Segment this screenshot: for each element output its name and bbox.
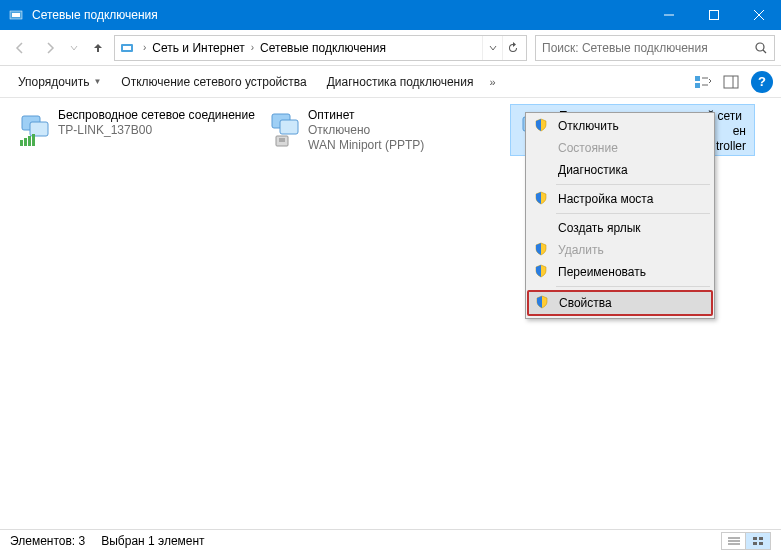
wifi-icon xyxy=(14,108,58,152)
app-icon xyxy=(8,7,24,23)
svg-line-9 xyxy=(763,50,766,53)
chevron-down-icon: ▼ xyxy=(93,77,101,86)
svg-rect-10 xyxy=(695,76,700,81)
svg-rect-11 xyxy=(695,83,700,88)
disable-label: Отключение сетевого устройства xyxy=(121,75,306,89)
up-button[interactable] xyxy=(84,35,112,61)
svg-rect-18 xyxy=(20,140,23,146)
cm-label: Отключить xyxy=(558,119,619,133)
view-details-button[interactable] xyxy=(722,533,746,549)
cm-diagnose[interactable]: Диагностика xyxy=(528,159,712,181)
preview-pane-button[interactable] xyxy=(717,70,745,94)
cm-bridge[interactable]: Настройка моста xyxy=(528,188,712,210)
context-menu: Отключить Состояние Диагностика Настройк… xyxy=(525,112,715,319)
svg-rect-14 xyxy=(724,76,738,88)
maximize-button[interactable] xyxy=(691,0,736,30)
organize-menu[interactable]: Упорядочить ▼ xyxy=(8,71,111,93)
wan-icon xyxy=(264,108,308,152)
content-area: Беспроводное сетевое соединение TP-LINK_… xyxy=(0,98,781,529)
back-button[interactable] xyxy=(6,35,34,61)
cm-label: Создать ярлык xyxy=(558,221,641,235)
window-titlebar: Сетевые подключения xyxy=(0,0,781,30)
separator xyxy=(556,184,710,185)
status-bar: Элементов: 3 Выбран 1 элемент xyxy=(0,529,781,551)
window-title: Сетевые подключения xyxy=(32,8,646,22)
cm-label: Состояние xyxy=(558,141,618,155)
shield-icon xyxy=(534,191,550,207)
svg-rect-33 xyxy=(753,542,757,545)
status-selected: Выбран 1 элемент xyxy=(101,534,204,548)
disable-device-button[interactable]: Отключение сетевого устройства xyxy=(111,71,316,93)
separator xyxy=(556,213,710,214)
minimize-button[interactable] xyxy=(646,0,691,30)
svg-rect-34 xyxy=(759,542,763,545)
location-icon xyxy=(119,40,135,56)
nav-history-dropdown[interactable] xyxy=(66,35,82,61)
cm-highlighted-item: Свойства xyxy=(527,290,713,316)
refresh-button[interactable] xyxy=(502,36,522,60)
svg-rect-25 xyxy=(279,138,285,142)
connection-name: Беспроводное сетевое соединение xyxy=(58,108,256,123)
cm-label: Переименовать xyxy=(558,265,646,279)
connection-item[interactable]: Беспроводное сетевое соединение TP-LINK_… xyxy=(10,104,260,156)
svg-rect-1 xyxy=(12,13,20,17)
connection-name: Оптинет xyxy=(308,108,506,123)
help-button[interactable]: ? xyxy=(751,71,773,93)
svg-rect-7 xyxy=(123,46,131,50)
svg-rect-23 xyxy=(280,120,298,134)
view-toggle xyxy=(721,532,771,550)
cm-status: Состояние xyxy=(528,137,712,159)
cm-label: Свойства xyxy=(559,296,612,310)
connection-device: WAN Miniport (PPTP) xyxy=(308,138,506,153)
connection-item[interactable]: Оптинет Отключено WAN Miniport (PPTP) xyxy=(260,104,510,156)
chevron-right-icon: › xyxy=(141,42,148,53)
shield-icon xyxy=(534,264,550,280)
chevron-right-icon: › xyxy=(249,42,256,53)
address-dropdown-button[interactable] xyxy=(482,36,502,60)
svg-rect-31 xyxy=(753,537,757,540)
svg-rect-21 xyxy=(32,134,35,146)
shield-icon xyxy=(534,118,550,134)
connection-status: Отключено xyxy=(308,123,506,138)
window-controls xyxy=(646,0,781,30)
search-icon[interactable] xyxy=(754,41,768,55)
cm-label: Диагностика xyxy=(558,163,628,177)
svg-rect-19 xyxy=(24,138,27,146)
svg-rect-17 xyxy=(30,122,48,136)
svg-rect-3 xyxy=(709,11,718,20)
search-box[interactable] xyxy=(535,35,775,61)
cm-properties[interactable]: Свойства xyxy=(529,292,711,314)
breadcrumb[interactable]: › Сеть и Интернет › Сетевые подключения xyxy=(114,35,527,61)
cm-shortcut[interactable]: Создать ярлык xyxy=(528,217,712,239)
cm-delete: Удалить xyxy=(528,239,712,261)
organize-label: Упорядочить xyxy=(18,75,89,89)
overflow-chevron[interactable]: » xyxy=(483,76,501,88)
separator xyxy=(556,286,710,287)
cm-label: Удалить xyxy=(558,243,604,257)
cm-label: Настройка моста xyxy=(558,192,653,206)
cm-disable[interactable]: Отключить xyxy=(528,115,712,137)
shield-icon xyxy=(534,242,550,258)
diagnose-button[interactable]: Диагностика подключения xyxy=(317,71,484,93)
view-large-icons-button[interactable] xyxy=(746,533,770,549)
command-bar: Упорядочить ▼ Отключение сетевого устрой… xyxy=(0,66,781,98)
forward-button[interactable] xyxy=(36,35,64,61)
breadcrumb-item[interactable]: Сетевые подключения xyxy=(256,41,390,55)
cm-rename[interactable]: Переименовать xyxy=(528,261,712,283)
view-options-button[interactable] xyxy=(689,70,717,94)
breadcrumb-item[interactable]: Сеть и Интернет xyxy=(148,41,248,55)
svg-rect-20 xyxy=(28,136,31,146)
svg-rect-32 xyxy=(759,537,763,540)
status-count: Элементов: 3 xyxy=(10,534,85,548)
svg-point-8 xyxy=(756,43,764,51)
search-input[interactable] xyxy=(542,41,754,55)
shield-icon xyxy=(535,295,551,311)
close-button[interactable] xyxy=(736,0,781,30)
connection-device: TP-LINK_137B00 xyxy=(58,123,256,138)
diagnose-label: Диагностика подключения xyxy=(327,75,474,89)
address-bar: › Сеть и Интернет › Сетевые подключения xyxy=(0,30,781,66)
